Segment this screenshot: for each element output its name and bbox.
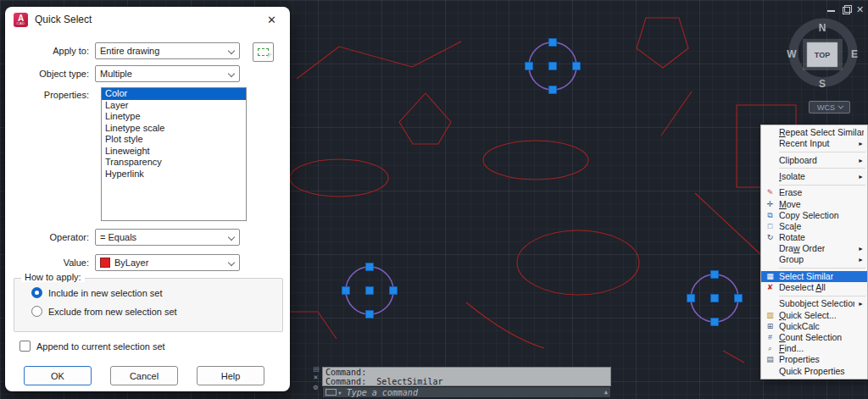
operator-label: Operator: (5, 232, 95, 242)
viewcube-east[interactable]: E (851, 48, 858, 60)
customize-wrench-icon[interactable]: ⚙ (314, 383, 318, 391)
radio-option-1[interactable]: Exclude from new selection set (31, 306, 177, 317)
properties-item-transparency[interactable]: Transparency (102, 157, 246, 169)
menu-item-deselect-all[interactable]: ✘Deselect All (761, 282, 867, 293)
viewcube-top-label[interactable]: TOP (815, 51, 830, 59)
grip-handle[interactable] (549, 63, 557, 70)
red-ellipse[interactable] (290, 159, 388, 197)
grip-handle[interactable] (687, 295, 695, 302)
menu-item-label: Isolate (779, 171, 805, 182)
grip-handle[interactable] (711, 271, 719, 279)
operator-dropdown[interactable]: = Equals (95, 229, 240, 246)
close-icon[interactable]: ✕ (262, 12, 281, 28)
grip-handle[interactable] (366, 263, 374, 271)
grip-handle[interactable] (711, 295, 719, 302)
append-checkbox[interactable] (19, 341, 31, 352)
viewcube-north[interactable]: N (819, 22, 826, 34)
submenu-arrow-icon: ► (854, 254, 864, 265)
close-icon[interactable]: ✕ (314, 374, 318, 381)
append-checkbox-row[interactable]: Append to current selection set (19, 341, 165, 352)
select-similar-icon: ▦ (764, 271, 776, 282)
menu-item-quick-select[interactable]: ▥Quick Select... (761, 310, 867, 321)
quick-select-icon: ▥ (764, 310, 776, 321)
properties-item-lineweight[interactable]: Lineweight (102, 146, 246, 158)
red-arc[interactable] (723, 351, 744, 363)
command-input[interactable]: ▼ Type a command ▲ (322, 386, 611, 398)
deselect-all-icon: ✘ (764, 282, 776, 293)
properties-item-layer[interactable]: Layer (102, 100, 246, 112)
properties-item-plot-style[interactable]: Plot style (102, 134, 246, 146)
grip-handle[interactable] (735, 295, 743, 302)
viewcube-south[interactable]: S (819, 78, 826, 90)
properties-item-linetype-scale[interactable]: Linetype scale (102, 123, 246, 135)
selected-circle[interactable] (342, 263, 398, 319)
menu-item-label: Repeat Select Similar (779, 127, 864, 138)
menu-item-move[interactable]: ✛Move (761, 199, 867, 210)
viewcube-west[interactable]: W (787, 48, 797, 60)
menu-item-repeat-select-similar[interactable]: Repeat Select Similar (761, 127, 867, 138)
select-objects-button[interactable] (253, 42, 274, 62)
red-polygon[interactable] (399, 93, 451, 144)
menu-separator (779, 152, 865, 152)
properties-item-color[interactable]: Color (102, 88, 246, 100)
menu-item-quick-properties[interactable]: Quick Properties (761, 366, 867, 377)
wcs-dropdown[interactable]: WCS (809, 101, 850, 114)
value-dropdown[interactable]: ByLayer (95, 254, 240, 271)
grip-handle[interactable] (549, 39, 557, 47)
window-close-icon[interactable]: ✕ (856, 5, 864, 14)
red-ellipse[interactable] (517, 230, 639, 295)
menu-item-draw-order[interactable]: Draw Order► (761, 243, 867, 254)
menu-item-scale[interactable]: □Scale (761, 221, 867, 232)
menu-item-label: Scale (779, 221, 801, 232)
menu-item-label: Move (779, 199, 801, 210)
grip-handle[interactable] (526, 63, 533, 70)
red-arc[interactable] (466, 302, 544, 348)
restore-icon[interactable] (842, 5, 850, 14)
command-line-grip[interactable]: ⣿⣿ ✕ ⚙ (310, 367, 321, 391)
radio-option-0[interactable]: Include in new selection set (31, 287, 163, 298)
selected-circle[interactable] (526, 39, 581, 94)
menu-item-subobject-selection-filter[interactable]: Subobject Selection Filter► (761, 298, 867, 309)
menu-item-select-similar[interactable]: ▦Select Similar (761, 271, 867, 282)
help-button[interactable]: Help (197, 366, 264, 385)
menu-item-clipboard[interactable]: Clipboard► (761, 155, 867, 166)
grip-handle[interactable] (573, 63, 581, 70)
properties-item-linetype[interactable]: Linetype (102, 111, 246, 123)
radio-unselected-icon[interactable] (31, 306, 42, 317)
object-type-dropdown[interactable]: Multiple (95, 65, 240, 82)
properties-item-hyperlink[interactable]: Hyperlink (102, 169, 246, 180)
minimize-icon[interactable] (827, 5, 836, 14)
selected-circle[interactable] (687, 271, 743, 326)
menu-item-find[interactable]: ⌕Find... (761, 343, 867, 354)
menu-item-recent-input[interactable]: Recent Input► (761, 138, 867, 149)
menu-item-erase[interactable]: ✎Erase (761, 187, 867, 198)
drag-grip-icon[interactable]: ⣿⣿ (313, 367, 319, 372)
radio-selected-icon[interactable] (31, 287, 42, 298)
menu-item-group[interactable]: Group► (761, 254, 867, 265)
red-polyline[interactable] (297, 42, 461, 79)
grip-handle[interactable] (366, 287, 374, 295)
menu-item-quickcalc[interactable]: ⊞QuickCalc (761, 321, 867, 332)
apply-to-dropdown[interactable]: Entire drawing (95, 42, 240, 59)
menu-item-label: QuickCalc (779, 321, 820, 332)
grip-handle[interactable] (390, 287, 398, 295)
menu-item-copy-selection[interactable]: ⧉Copy Selection (761, 210, 867, 221)
menu-item-properties[interactable]: ▤Properties (761, 354, 867, 365)
viewcube[interactable]: TOP N S W E (784, 12, 862, 93)
quickcalc-icon: ⊞ (764, 321, 776, 332)
ok-button[interactable]: OK (24, 366, 92, 385)
grip-handle[interactable] (549, 86, 557, 94)
scroll-up-icon[interactable]: ▲ (604, 389, 608, 396)
red-polyline[interactable] (661, 91, 692, 136)
cancel-button[interactable]: Cancel (110, 366, 178, 385)
menu-item-rotate[interactable]: ↻Rotate (761, 232, 867, 243)
menu-item-isolate[interactable]: Isolate► (761, 171, 867, 182)
grip-handle[interactable] (366, 311, 374, 319)
red-polyline[interactable] (288, 312, 337, 339)
menu-item-count-selection[interactable]: #Count Selection (761, 332, 867, 343)
grip-handle[interactable] (711, 319, 719, 326)
red-ellipse[interactable] (483, 141, 588, 180)
red-polyline[interactable] (695, 193, 760, 254)
red-polygon[interactable] (637, 18, 688, 68)
grip-handle[interactable] (342, 287, 350, 295)
